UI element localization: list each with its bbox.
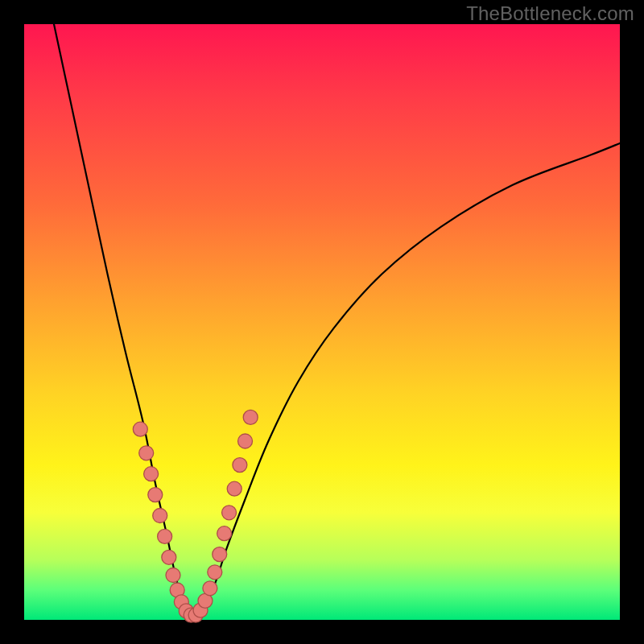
highlight-dot [153, 509, 167, 523]
highlight-dot [222, 506, 237, 520]
chart-plot-area [24, 24, 620, 620]
highlight-dot [233, 458, 247, 473]
highlight-dot [148, 488, 163, 502]
bottleneck-curve [54, 24, 620, 617]
highlight-dot [227, 481, 242, 496]
highlight-dot [162, 550, 176, 564]
highlight-dot [217, 526, 232, 541]
highlight-dot [203, 581, 217, 596]
highlight-dot [208, 565, 222, 580]
highlight-dot [139, 446, 154, 460]
chart-frame: TheBottleneck.com [0, 0, 644, 644]
watermark-text: TheBottleneck.com [466, 2, 634, 25]
highlight-dot [133, 422, 147, 436]
highlight-dot [213, 547, 227, 562]
highlight-dot [243, 410, 258, 424]
highlight-dot [144, 467, 159, 481]
highlight-dot [166, 568, 180, 583]
highlight-dot [238, 434, 253, 448]
highlight-dot [158, 529, 172, 543]
chart-svg [24, 24, 620, 620]
